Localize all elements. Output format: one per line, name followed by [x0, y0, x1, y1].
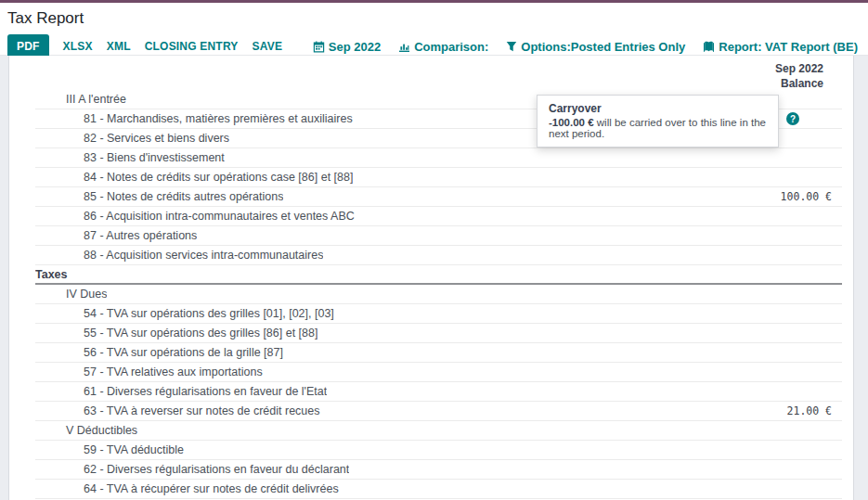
column-header-period: Sep 2022: [9, 61, 823, 76]
table-row[interactable]: IV Dues: [35, 285, 842, 304]
row-label: 83 - Biens d'investissement: [35, 151, 225, 164]
comparison-filter[interactable]: Comparison:: [398, 40, 488, 54]
row-label: 59 - TVA déductible: [35, 443, 184, 456]
row-label: 57 - TVA relatives aux importations: [35, 365, 263, 378]
row-label: 82 - Services et biens divers: [35, 132, 229, 145]
table-row[interactable]: 57 - TVA relatives aux importations: [35, 363, 842, 382]
row-label: 84 - Notes de crédits sur opérations cas…: [35, 171, 353, 184]
options-filter[interactable]: Options:Posted Entries Only: [506, 40, 685, 54]
table-row[interactable]: 85 - Notes de crédits autres opérations1…: [35, 187, 842, 207]
table-row[interactable]: 63 - TVA à reverser sur notes de crédit …: [35, 402, 842, 421]
book-icon: [703, 41, 715, 53]
period-filter[interactable]: Sep 2022: [313, 40, 381, 54]
tooltip-amount: -100.00 €: [549, 117, 594, 128]
table-row[interactable]: 86 - Acquisition intra-communautaires et…: [35, 207, 842, 226]
report-filter[interactable]: Report: VAT Report (BE): [703, 40, 858, 54]
carryover-tooltip: Carryover -100.00 € will be carried over…: [537, 95, 779, 147]
table-row[interactable]: 54 - TVA sur opérations des grilles [01]…: [35, 304, 842, 324]
comparison-filter-label: Comparison:: [414, 40, 488, 54]
table-row[interactable]: 83 - Biens d'investissement: [35, 148, 842, 168]
table-row[interactable]: 56 - TVA sur opérations de la grille [87…: [35, 343, 842, 363]
column-headers: Sep 2022 Balance: [9, 56, 853, 90]
row-label: 85 - Notes de crédits autres opérations: [35, 190, 283, 203]
row-label: IV Dues: [35, 288, 107, 301]
calendar-icon: [313, 41, 325, 53]
row-label: 81 - Marchandises, matières premières et…: [35, 112, 353, 125]
period-filter-label: Sep 2022: [329, 40, 381, 54]
table-row[interactable]: V Déductibles: [35, 421, 842, 441]
table-row[interactable]: 84 - Notes de crédits sur opérations cas…: [35, 168, 842, 187]
report-filter-label: Report: VAT Report (BE): [719, 40, 858, 54]
row-label: 54 - TVA sur opérations des grilles [01]…: [35, 307, 334, 320]
row-label: 55 - TVA sur opérations des grilles [86]…: [35, 327, 317, 340]
table-row[interactable]: 61 - Diverses régularisations en faveur …: [35, 382, 842, 402]
table-row[interactable]: 64 - TVA à récupérer sur notes de crédit…: [35, 480, 842, 499]
filter-icon: [506, 41, 517, 52]
filter-bar: Sep 2022 Comparison: Options:Posted Entr…: [313, 40, 861, 54]
row-label: V Déductibles: [35, 424, 137, 437]
page-title: Tax Report: [7, 9, 861, 28]
options-filter-label: Options:Posted Entries Only: [521, 40, 685, 54]
row-label: 64 - TVA à récupérer sur notes de crédit…: [35, 482, 339, 495]
control-panel: Tax Report PDF XLSX XML CLOSING ENTRY SA…: [0, 3, 868, 56]
row-value: 100.00 €: [781, 190, 842, 203]
table-row[interactable]: 87 - Autres opérations: [35, 226, 842, 246]
row-label: 61 - Diverses régularisations en faveur …: [35, 385, 327, 398]
row-label: 87 - Autres opérations: [35, 229, 197, 242]
table-row[interactable]: Taxes: [35, 265, 842, 285]
row-value: 21.00 €: [787, 404, 842, 417]
row-label: III A l'entrée: [35, 93, 126, 106]
row-label: 62 - Diverses régularisations en faveur …: [35, 463, 349, 476]
carryover-help-icon[interactable]: ?: [786, 112, 799, 125]
tooltip-text: -100.00 € will be carried over to this l…: [549, 117, 767, 139]
table-row[interactable]: 55 - TVA sur opérations des grilles [86]…: [35, 324, 842, 343]
table-row[interactable]: 59 - TVA déductible: [35, 441, 842, 460]
table-row[interactable]: 62 - Diverses régularisations en faveur …: [35, 460, 842, 480]
table-row[interactable]: 88 - Acquisition services intra-communau…: [35, 246, 842, 265]
row-label: 63 - TVA à reverser sur notes de crédit …: [35, 404, 320, 417]
bar-chart-icon: [398, 41, 410, 53]
tooltip-title: Carryover: [549, 102, 767, 115]
row-label: 86 - Acquisition intra-communautaires et…: [35, 210, 355, 223]
row-label: 56 - TVA sur opérations de la grille [87…: [35, 346, 283, 359]
table-body: III A l'entrée81 - Marchandises, matière…: [9, 90, 853, 499]
column-header-balance: Balance: [9, 76, 823, 91]
row-label: 88 - Acquisition services intra-communau…: [35, 249, 323, 262]
row-label: Taxes: [35, 268, 68, 281]
